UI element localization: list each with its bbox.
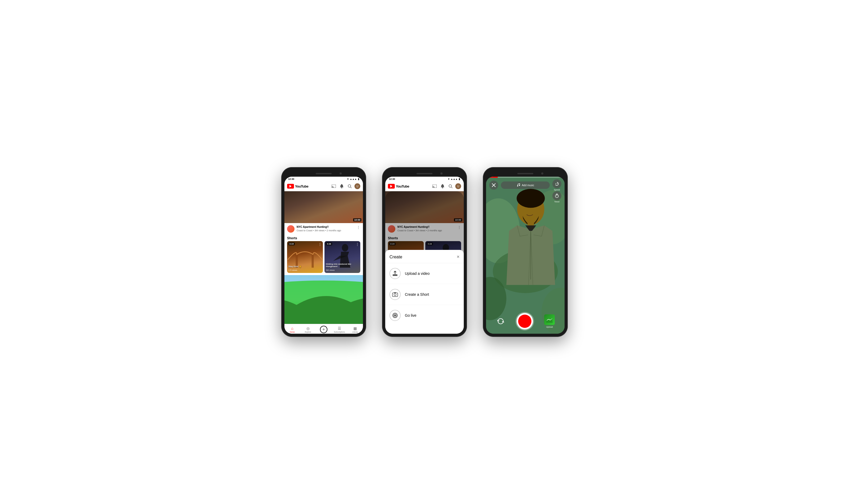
video-details-1: NYC Apartment Hunting!! Coast to Coast •… bbox=[296, 225, 355, 232]
nav-create-1[interactable]: + bbox=[316, 326, 331, 333]
timer-button[interactable] bbox=[553, 191, 561, 200]
battery-icon-2: ▮ bbox=[459, 178, 460, 180]
create-close-button[interactable]: × bbox=[457, 254, 459, 260]
svg-rect-4 bbox=[288, 241, 322, 273]
phone-2: 12:30 ▾ ▲▲▲ ▮ YouTube bbox=[382, 167, 467, 337]
timer-tool-container: Timer bbox=[553, 191, 561, 203]
video-title-1[interactable]: NYC Apartment Hunting!! bbox=[296, 225, 355, 229]
svg-rect-21 bbox=[393, 275, 397, 276]
phone-1-notch bbox=[285, 170, 363, 177]
speed-label: Speed bbox=[554, 188, 560, 191]
video-thumbnail-image-1 bbox=[285, 191, 363, 223]
go-live-label: Go live bbox=[405, 313, 417, 318]
nav-home-1[interactable]: ⌂ Home bbox=[285, 326, 300, 333]
cast-icon-1[interactable] bbox=[330, 183, 337, 190]
home-icon-1: ⌂ bbox=[291, 326, 293, 330]
phone-3-screen: Add music Speed Timer bbox=[486, 177, 564, 334]
add-music-button[interactable]: Add music bbox=[501, 181, 550, 189]
yt-logo-1[interactable]: YouTube bbox=[287, 184, 308, 188]
create-option-upload[interactable]: Upload a video bbox=[385, 263, 464, 284]
search-icon-2[interactable] bbox=[447, 183, 454, 190]
wifi-icon-1: ▾ bbox=[347, 178, 349, 180]
phone-3: Add music Speed Timer bbox=[483, 167, 568, 337]
short-more-icon-2[interactable]: ⋮ bbox=[356, 242, 359, 246]
featured-video-thumb-1[interactable]: 10:00 bbox=[285, 191, 363, 223]
yt-logo-2[interactable]: YouTube bbox=[388, 184, 409, 188]
speed-tool-container: Speed bbox=[553, 179, 561, 191]
flip-camera-button[interactable] bbox=[496, 317, 505, 326]
nav-home-label-1: Home bbox=[290, 331, 295, 333]
upload-container: Upload bbox=[544, 314, 555, 328]
user-avatar-1[interactable]: U bbox=[355, 183, 360, 189]
nav-subscriptions-1[interactable]: ☰ Subscriptions bbox=[332, 326, 347, 333]
create-modal-title: Create bbox=[390, 255, 402, 259]
svg-point-13 bbox=[449, 185, 452, 187]
short-duration-2: 0:28 bbox=[326, 242, 332, 245]
search-icon-1[interactable] bbox=[346, 183, 353, 190]
phone-1: 12:30 ▾ ▲▲▲ ▮ YouTube bbox=[281, 167, 366, 337]
short-title-1: Stay Gold ✌ bbox=[288, 265, 322, 268]
svg-rect-22 bbox=[392, 293, 398, 296]
phone-2-content: 10:00 NYC Apartment Hunting!! Coast to C… bbox=[385, 191, 464, 334]
upload-icon bbox=[390, 268, 401, 279]
status-icons-1: ▾ ▲▲▲ ▮ bbox=[347, 178, 359, 180]
short-card-2[interactable]: 0:28 ⋮ Gliding into weekend like #longbo… bbox=[324, 241, 360, 273]
short-thumb-2 bbox=[324, 241, 360, 273]
phone-1-speaker bbox=[316, 173, 332, 174]
create-plus-icon-1[interactable]: + bbox=[320, 326, 327, 333]
user-avatar-2[interactable]: U bbox=[455, 183, 461, 189]
upload-label: Upload bbox=[546, 326, 553, 328]
explore-icon-1: ◎ bbox=[306, 326, 310, 330]
nav-library-1[interactable]: ▦ Library bbox=[347, 326, 363, 333]
short-more-icon-1[interactable]: ⋮ bbox=[319, 242, 322, 246]
video-more-icon-1[interactable]: ⋮ bbox=[357, 225, 360, 230]
status-time-1: 12:30 bbox=[288, 178, 294, 180]
cast-icon-2[interactable] bbox=[431, 183, 438, 190]
create-modal-overlay: Create × Upload a video bbox=[385, 191, 464, 334]
phone-2-screen: 12:30 ▾ ▲▲▲ ▮ YouTube bbox=[385, 177, 464, 334]
svg-point-39 bbox=[519, 185, 520, 186]
timer-label: Timer bbox=[554, 200, 560, 203]
svg-point-38 bbox=[517, 185, 518, 186]
short-duration-1: 0:15 bbox=[288, 242, 295, 245]
subscriptions-icon-1: ☰ bbox=[338, 326, 341, 330]
create-modal: Create × Upload a video bbox=[385, 250, 464, 334]
create-option-short[interactable]: Create a Short bbox=[385, 284, 464, 305]
svg-point-25 bbox=[394, 314, 396, 316]
bell-icon-1[interactable] bbox=[339, 183, 345, 190]
yt-logo-text-2: YouTube bbox=[396, 184, 409, 188]
yt-header-2: YouTube U bbox=[385, 181, 464, 191]
record-button[interactable] bbox=[517, 313, 533, 329]
bell-icon-2[interactable] bbox=[439, 183, 446, 190]
yt-logo-icon-2 bbox=[388, 184, 395, 188]
status-bar-2: 12:30 ▾ ▲▲▲ ▮ bbox=[385, 177, 464, 181]
phone-2-notch bbox=[385, 170, 464, 177]
nav-explore-1[interactable]: ◎ Explore bbox=[300, 326, 316, 333]
svg-point-1 bbox=[341, 187, 342, 188]
svg-point-23 bbox=[394, 294, 396, 296]
camera-close-button[interactable] bbox=[489, 181, 498, 190]
bottom-nav-1: ⌂ Home ◎ Explore + ☰ Subscriptions ▦ Lib… bbox=[285, 324, 363, 334]
upload-thumbnail[interactable] bbox=[544, 314, 555, 325]
short-card-1[interactable]: 0:15 ⋮ Stay Gold ✌ 2.5 views bbox=[287, 241, 323, 273]
status-icons-2: ▾ ▲▲▲ ▮ bbox=[448, 178, 460, 180]
create-option-live[interactable]: Go live bbox=[385, 305, 464, 326]
phone-2-camera bbox=[440, 173, 442, 175]
yt-logo-icon-1 bbox=[287, 184, 294, 188]
phone-3-notch bbox=[486, 170, 564, 177]
svg-rect-24 bbox=[394, 292, 396, 293]
camera-bottom-bar: Upload bbox=[486, 310, 564, 334]
svg-line-14 bbox=[451, 187, 452, 188]
phone-1-screen: 12:30 ▾ ▲▲▲ ▮ YouTube bbox=[285, 177, 363, 334]
wifi-icon-2: ▾ bbox=[448, 178, 449, 180]
add-music-label: Add music bbox=[522, 184, 534, 187]
camera-icon bbox=[390, 289, 401, 300]
svg-line-3 bbox=[350, 187, 351, 188]
video-meta-1: Coast to Coast • 3M views • 2 months ago bbox=[296, 229, 355, 232]
speed-button[interactable] bbox=[553, 179, 561, 188]
svg-point-2 bbox=[348, 185, 351, 187]
upload-video-label: Upload a video bbox=[405, 271, 430, 276]
create-short-label: Create a Short bbox=[405, 292, 429, 296]
bottom-thumbnail-1[interactable] bbox=[285, 275, 363, 324]
nav-subscriptions-label-1: Subscriptions bbox=[334, 331, 345, 333]
